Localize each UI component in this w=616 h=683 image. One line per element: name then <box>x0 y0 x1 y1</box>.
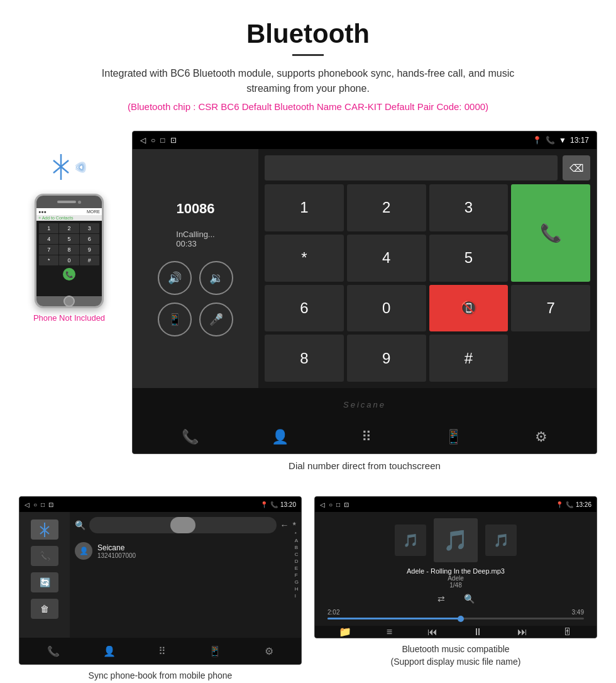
volume-down-button[interactable]: 🔉 <box>199 261 233 295</box>
current-album-art: 🎵 <box>434 518 478 562</box>
music-back-icon: ◁ <box>320 501 325 508</box>
bluetooth-sidebar-icon[interactable] <box>31 519 58 540</box>
music-current-time: 2:02 <box>327 609 339 616</box>
key-9[interactable]: 9 <box>347 335 426 382</box>
keypad-input[interactable] <box>265 155 558 180</box>
play-pause-icon[interactable]: ⏸ <box>473 626 483 638</box>
pb-sync-sidebar-icon[interactable]: 🔄 <box>31 572 58 592</box>
folder-icon[interactable]: 📁 <box>339 626 351 638</box>
music-recents-icon: □ <box>336 501 340 508</box>
key-8[interactable]: 8 <box>265 335 344 382</box>
alpha-c: C <box>295 552 299 557</box>
main-content-area: ●●●MORE + Add to Contacts 123 456 789 *0… <box>0 131 616 484</box>
phone-transfer-button[interactable]: 📱 <box>158 303 192 336</box>
music-progress-bar[interactable] <box>327 618 584 619</box>
keypad-input-row: ⌫ <box>265 155 590 180</box>
music-screenshot: ◁ ○ □ ⊡ 📍 📞 13:26 🎵 <box>314 496 597 683</box>
call-accept-button[interactable]: 📞 <box>511 184 590 282</box>
pb-nav-dialpad[interactable]: ⠿ <box>158 645 166 657</box>
music-progress-area: 2:02 3:49 <box>321 609 590 619</box>
bottom-action-bar[interactable]: 📞 👤 ⠿ 📱 ⚙ <box>133 421 597 453</box>
key-1[interactable]: 1 <box>265 184 344 231</box>
phone-number-display: 10086 <box>176 201 214 217</box>
key-7[interactable]: 7 <box>511 285 590 332</box>
bottom-nav-bar: Seicane <box>133 388 597 421</box>
call-end-button[interactable]: 📵 <box>429 285 509 332</box>
key-star[interactable]: * <box>265 235 344 282</box>
pb-home-icon: ○ <box>33 501 37 508</box>
microphone-button[interactable]: 🎤 <box>199 303 233 336</box>
location-icon: 📍 <box>532 136 542 145</box>
call-controls: 🔊 🔉 📱 🎤 <box>158 261 233 336</box>
music-actions: ⇄ 🔍 <box>437 594 475 604</box>
music-progress-fill <box>327 618 461 619</box>
prev-track-icon[interactable]: ⏮ <box>427 626 437 638</box>
pb-nav-settings[interactable]: ⚙ <box>265 645 273 657</box>
next-track-icon[interactable]: ⏭ <box>517 626 527 638</box>
volume-up-button[interactable]: 🔊 <box>158 261 192 295</box>
music-home-icon: ○ <box>329 501 333 508</box>
music-caption: Bluetooth music compatible (Support disp… <box>314 643 597 668</box>
pb-search-row: 🔍 ← * <box>75 517 296 533</box>
key-2[interactable]: 2 <box>347 184 426 231</box>
music-status-bar: ◁ ○ □ ⊡ 📍 📞 13:26 <box>315 497 597 512</box>
pb-search-bar[interactable] <box>89 517 277 533</box>
pb-back-icon: ◁ <box>25 501 30 508</box>
recent-calls-nav-icon[interactable]: 📞 <box>182 429 199 445</box>
contact-row: 👤 Seicane 13241007000 * A B C D E <box>75 538 296 564</box>
alpha-a: A <box>295 538 299 543</box>
equalizer-icon[interactable]: 🎚 <box>563 626 573 638</box>
call-status: InCalling... <box>176 230 214 239</box>
phonebook-nav-bar: 📞 👤 ⠿ 📱 ⚙ <box>19 638 301 664</box>
playlist-icon[interactable]: ≡ <box>387 626 392 638</box>
main-screen-caption: Dial number direct from touchscreen <box>132 460 597 471</box>
call-icon: 📞 <box>546 136 555 145</box>
music-main: 🎵 🎵 🎵 Adele - Rolling In the Deep.mp3 Ad… <box>315 512 597 626</box>
status-right-icons: 📍 📞 ▼ 13:17 <box>532 136 589 145</box>
contact-info: Seicane 13241007000 <box>97 543 136 559</box>
pb-nav-phone[interactable]: 📱 <box>209 645 221 657</box>
key-0[interactable]: 0 <box>347 285 426 332</box>
prev-album-art: 🎵 <box>395 525 426 556</box>
alpha-e: E <box>295 565 299 571</box>
music-title: Adele - Rolling In the Deep.mp3 <box>407 567 505 575</box>
key-5[interactable]: 5 <box>429 235 509 282</box>
pb-nav-contacts[interactable]: 👤 <box>103 645 116 657</box>
key-4[interactable]: 4 <box>347 235 426 282</box>
dialpad-nav-icon[interactable]: ⠿ <box>361 429 371 445</box>
phone-not-included-label: Phone Not Included <box>33 313 105 323</box>
call-timer: 00:33 <box>176 239 214 248</box>
key-6[interactable]: 6 <box>265 285 344 332</box>
contact-avatar: 👤 <box>75 542 92 560</box>
title-divider <box>292 54 324 56</box>
home-icon: ○ <box>151 136 155 145</box>
keypad-delete-button[interactable]: ⌫ <box>563 155 590 180</box>
page-header: Bluetooth Integrated with BC6 Bluetooth … <box>0 0 616 131</box>
music-total-time: 3:49 <box>572 609 584 616</box>
pb-call-sidebar-icon[interactable]: 📞 <box>31 546 58 566</box>
music-screen: ◁ ○ □ ⊡ 📍 📞 13:26 🎵 <box>314 496 597 638</box>
music-body: 🎵 🎵 🎵 Adele - Rolling In the Deep.mp3 Ad… <box>315 512 597 638</box>
alpha-i: I <box>295 593 299 599</box>
pb-nav-calls[interactable]: 📞 <box>47 645 60 657</box>
search-music-icon[interactable]: 🔍 <box>464 594 475 604</box>
pb-delete-sidebar-icon[interactable]: 🗑 <box>31 599 58 619</box>
pb-back-button[interactable]: ← <box>280 520 289 530</box>
settings-nav-icon[interactable]: ⚙ <box>535 429 547 445</box>
alpha-asterisk: * <box>295 531 299 536</box>
pb-search-icon[interactable]: 🔍 <box>75 520 85 530</box>
music-track: 1/48 <box>407 582 505 589</box>
contacts-nav-icon[interactable]: 👤 <box>272 429 289 445</box>
page-description: Integrated with BC6 Bluetooth module, su… <box>88 66 528 96</box>
phonebook-screenshot: ◁ ○ □ ⊡ 📍 📞 13:20 <box>19 496 302 683</box>
music-controls-bar: 📁 ≡ ⏮ ⏸ ⏭ 🎚 <box>315 626 597 638</box>
page-title: Bluetooth <box>13 19 603 49</box>
screenshot-icon: ⊡ <box>170 136 177 145</box>
phone-nav-icon[interactable]: 📱 <box>445 429 462 445</box>
alpha-f: F <box>295 572 299 578</box>
key-3[interactable]: 3 <box>429 184 509 231</box>
shuffle-icon[interactable]: ⇄ <box>437 594 445 604</box>
main-android-screen: ◁ ○ □ ⊡ 📍 📞 ▼ 13:17 10086 In <box>132 131 597 454</box>
key-hash[interactable]: # <box>429 335 509 382</box>
pb-call-icon: 📞 <box>270 501 278 508</box>
